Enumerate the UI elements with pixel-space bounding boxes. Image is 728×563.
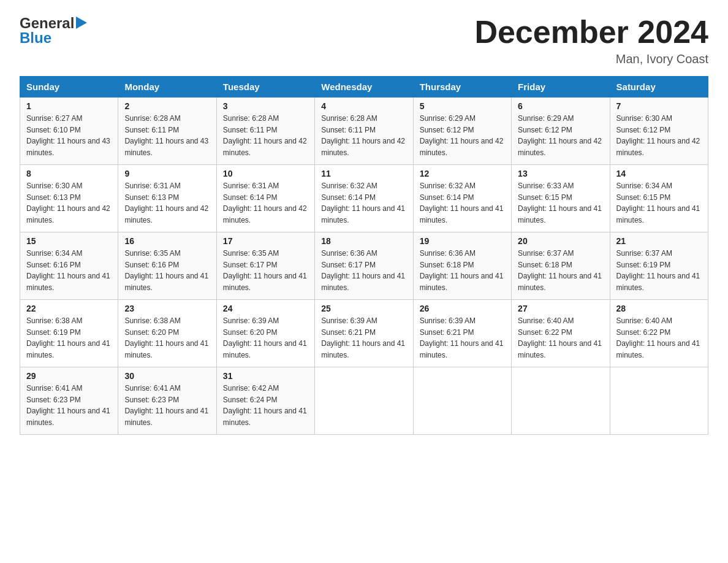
day-info: Sunrise: 6:32 AMSunset: 6:14 PMDaylight:…: [321, 182, 405, 224]
day-info: Sunrise: 6:34 AMSunset: 6:15 PMDaylight:…: [616, 182, 700, 224]
table-row: 17 Sunrise: 6:35 AMSunset: 6:17 PMDaylig…: [216, 232, 314, 300]
day-info: Sunrise: 6:38 AMSunset: 6:20 PMDaylight:…: [124, 316, 208, 359]
calendar-header-row: Sunday Monday Tuesday Wednesday Thursday…: [20, 77, 708, 98]
day-info: Sunrise: 6:35 AMSunset: 6:16 PMDaylight:…: [124, 249, 208, 292]
table-row: 29 Sunrise: 6:41 AMSunset: 6:23 PMDaylig…: [20, 367, 118, 435]
day-number: 18: [321, 236, 406, 246]
table-row: 3 Sunrise: 6:28 AMSunset: 6:11 PMDayligh…: [216, 98, 314, 165]
table-row: 31 Sunrise: 6:42 AMSunset: 6:24 PMDaylig…: [216, 367, 314, 435]
svg-marker-0: [76, 17, 87, 29]
table-row: 13 Sunrise: 6:33 AMSunset: 6:15 PMDaylig…: [512, 165, 610, 232]
day-number: 3: [223, 101, 308, 111]
day-number: 19: [420, 236, 505, 246]
table-row: 28 Sunrise: 6:40 AMSunset: 6:22 PMDaylig…: [610, 300, 708, 367]
day-info: Sunrise: 6:37 AMSunset: 6:19 PMDaylight:…: [616, 249, 700, 292]
col-saturday: Saturday: [610, 77, 708, 98]
day-info: Sunrise: 6:33 AMSunset: 6:15 PMDaylight:…: [518, 182, 602, 224]
day-info: Sunrise: 6:35 AMSunset: 6:17 PMDaylight:…: [223, 249, 307, 292]
col-thursday: Thursday: [413, 77, 511, 98]
table-row: 24 Sunrise: 6:39 AMSunset: 6:20 PMDaylig…: [216, 300, 314, 367]
table-row: 9 Sunrise: 6:31 AMSunset: 6:13 PMDayligh…: [118, 165, 216, 232]
day-number: 6: [518, 101, 603, 111]
day-number: 31: [223, 371, 308, 381]
table-row: 21 Sunrise: 6:37 AMSunset: 6:19 PMDaylig…: [610, 232, 708, 300]
day-number: 13: [518, 169, 603, 178]
table-row: 8 Sunrise: 6:30 AMSunset: 6:13 PMDayligh…: [20, 165, 118, 232]
day-info: Sunrise: 6:38 AMSunset: 6:19 PMDaylight:…: [26, 316, 110, 359]
table-row: 15 Sunrise: 6:34 AMSunset: 6:16 PMDaylig…: [20, 232, 118, 300]
day-number: 10: [223, 169, 308, 178]
calendar-table: Sunday Monday Tuesday Wednesday Thursday…: [20, 76, 708, 435]
day-number: 14: [616, 169, 702, 178]
table-row: 5 Sunrise: 6:29 AMSunset: 6:12 PMDayligh…: [413, 98, 511, 165]
page-header: General Blue December 2024 Man, Ivory Co…: [20, 15, 708, 66]
logo: General Blue: [20, 15, 87, 47]
day-info: Sunrise: 6:39 AMSunset: 6:21 PMDaylight:…: [321, 316, 405, 359]
day-info: Sunrise: 6:40 AMSunset: 6:22 PMDaylight:…: [616, 316, 700, 359]
day-number: 15: [26, 236, 112, 246]
day-number: 23: [124, 304, 210, 313]
calendar-week-row: 22 Sunrise: 6:38 AMSunset: 6:19 PMDaylig…: [20, 300, 708, 367]
day-number: 12: [420, 169, 505, 178]
day-info: Sunrise: 6:28 AMSunset: 6:11 PMDaylight:…: [124, 114, 208, 157]
day-number: 8: [26, 169, 112, 178]
day-number: 29: [26, 371, 112, 381]
day-number: 1: [26, 101, 112, 111]
day-info: Sunrise: 6:42 AMSunset: 6:24 PMDaylight:…: [223, 384, 307, 427]
calendar-week-row: 8 Sunrise: 6:30 AMSunset: 6:13 PMDayligh…: [20, 165, 708, 232]
table-row: 14 Sunrise: 6:34 AMSunset: 6:15 PMDaylig…: [610, 165, 708, 232]
table-row: 6 Sunrise: 6:29 AMSunset: 6:12 PMDayligh…: [512, 98, 610, 165]
day-number: 22: [26, 304, 112, 313]
day-info: Sunrise: 6:39 AMSunset: 6:21 PMDaylight:…: [420, 316, 504, 359]
day-number: 17: [223, 236, 308, 246]
table-row: 2 Sunrise: 6:28 AMSunset: 6:11 PMDayligh…: [118, 98, 216, 165]
calendar-week-row: 1 Sunrise: 6:27 AMSunset: 6:10 PMDayligh…: [20, 98, 708, 165]
day-number: 26: [420, 304, 505, 313]
day-number: 5: [420, 101, 505, 111]
table-row: 18 Sunrise: 6:36 AMSunset: 6:17 PMDaylig…: [315, 232, 413, 300]
day-info: Sunrise: 6:28 AMSunset: 6:11 PMDaylight:…: [321, 114, 405, 157]
table-row: [413, 367, 511, 435]
day-number: 21: [616, 236, 702, 246]
day-info: Sunrise: 6:37 AMSunset: 6:18 PMDaylight:…: [518, 249, 602, 292]
table-row: [315, 367, 413, 435]
logo-blue-text: Blue: [20, 29, 51, 47]
table-row: 26 Sunrise: 6:39 AMSunset: 6:21 PMDaylig…: [413, 300, 511, 367]
day-number: 25: [321, 304, 406, 313]
col-monday: Monday: [118, 77, 216, 98]
table-row: 12 Sunrise: 6:32 AMSunset: 6:14 PMDaylig…: [413, 165, 511, 232]
day-number: 7: [616, 101, 702, 111]
day-info: Sunrise: 6:30 AMSunset: 6:13 PMDaylight:…: [26, 182, 110, 224]
table-row: [610, 367, 708, 435]
day-number: 9: [124, 169, 210, 178]
col-tuesday: Tuesday: [216, 77, 314, 98]
day-info: Sunrise: 6:34 AMSunset: 6:16 PMDaylight:…: [26, 249, 110, 292]
table-row: 25 Sunrise: 6:39 AMSunset: 6:21 PMDaylig…: [315, 300, 413, 367]
day-info: Sunrise: 6:29 AMSunset: 6:12 PMDaylight:…: [518, 114, 602, 157]
table-row: 1 Sunrise: 6:27 AMSunset: 6:10 PMDayligh…: [20, 98, 118, 165]
title-area: December 2024 Man, Ivory Coast: [474, 15, 708, 66]
day-info: Sunrise: 6:32 AMSunset: 6:14 PMDaylight:…: [420, 182, 504, 224]
table-row: 10 Sunrise: 6:31 AMSunset: 6:14 PMDaylig…: [216, 165, 314, 232]
day-number: 11: [321, 169, 406, 178]
day-info: Sunrise: 6:30 AMSunset: 6:12 PMDaylight:…: [616, 114, 700, 157]
day-number: 24: [223, 304, 308, 313]
day-info: Sunrise: 6:29 AMSunset: 6:12 PMDaylight:…: [420, 114, 504, 157]
day-number: 27: [518, 304, 603, 313]
day-number: 28: [616, 304, 702, 313]
table-row: [512, 367, 610, 435]
col-wednesday: Wednesday: [315, 77, 413, 98]
table-row: 20 Sunrise: 6:37 AMSunset: 6:18 PMDaylig…: [512, 232, 610, 300]
table-row: 4 Sunrise: 6:28 AMSunset: 6:11 PMDayligh…: [315, 98, 413, 165]
day-number: 20: [518, 236, 603, 246]
table-row: 27 Sunrise: 6:40 AMSunset: 6:22 PMDaylig…: [512, 300, 610, 367]
day-info: Sunrise: 6:41 AMSunset: 6:23 PMDaylight:…: [124, 384, 208, 427]
table-row: 30 Sunrise: 6:41 AMSunset: 6:23 PMDaylig…: [118, 367, 216, 435]
col-friday: Friday: [512, 77, 610, 98]
location-text: Man, Ivory Coast: [474, 52, 708, 66]
day-number: 30: [124, 371, 210, 381]
day-info: Sunrise: 6:41 AMSunset: 6:23 PMDaylight:…: [26, 384, 110, 427]
day-number: 16: [124, 236, 210, 246]
day-info: Sunrise: 6:31 AMSunset: 6:14 PMDaylight:…: [223, 182, 307, 224]
day-number: 4: [321, 101, 406, 111]
